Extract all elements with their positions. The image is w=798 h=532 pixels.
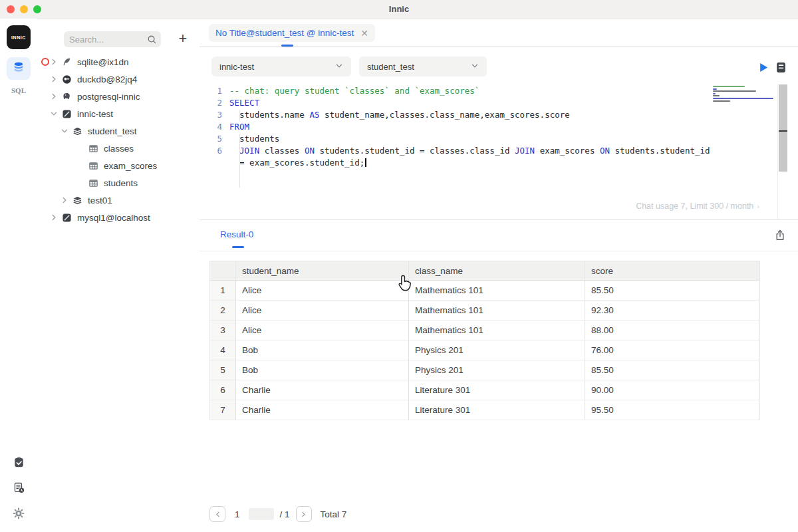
new-connection-button[interactable]: + <box>174 31 192 48</box>
chevron-right-icon[interactable] <box>49 74 59 84</box>
editor-tab[interactable]: No Title@student_test @ innic-test ✕ <box>209 24 375 42</box>
cell-class_name[interactable]: Literature 301 <box>409 400 585 420</box>
minimap-line <box>713 98 773 99</box>
database-select[interactable]: student_test <box>359 57 487 76</box>
run-query-button[interactable] <box>757 61 770 74</box>
chevron-right-icon[interactable] <box>49 213 59 222</box>
code-line: 1-- chat: query student `classes` and `e… <box>200 85 777 97</box>
next-page-button[interactable] <box>296 506 312 522</box>
line-number: 4 <box>200 121 222 133</box>
sidebar-item-classes[interactable]: classes <box>37 140 200 157</box>
cell-score[interactable]: 85.50 <box>585 360 760 380</box>
sqlite-icon <box>61 57 72 67</box>
cell-class_name[interactable]: Mathematics 101 <box>409 321 585 340</box>
main-area: No Title@student_test @ innic-test ✕ inn… <box>200 19 798 532</box>
line-number: 6 <box>200 145 222 157</box>
chevron-left-icon <box>214 511 221 518</box>
result-tab[interactable]: Result-0 <box>220 229 253 239</box>
chevron-spacer <box>76 178 85 188</box>
editor-scrollbar[interactable] <box>779 84 787 172</box>
sidebar-item-test01[interactable]: test01 <box>37 192 200 209</box>
corner-cell[interactable] <box>209 261 236 281</box>
table-icon <box>87 178 99 188</box>
result-tab-indicator <box>232 246 244 248</box>
cell-class_name[interactable]: Literature 301 <box>409 380 585 400</box>
cell-score[interactable]: 92.30 <box>585 301 760 321</box>
editor-minimap[interactable] <box>713 86 777 102</box>
minimap-line <box>713 90 756 92</box>
cell-student_name[interactable]: Bob <box>236 340 409 360</box>
sql-nav-button[interactable]: SQL <box>0 86 37 94</box>
cell-class_name[interactable]: Physics 201 <box>409 340 585 360</box>
row-number-cell[interactable]: 1 <box>209 281 236 301</box>
line-number <box>200 157 222 169</box>
save-script-button[interactable] <box>773 60 788 74</box>
connection-select[interactable]: innic-test <box>211 57 351 76</box>
export-results-button[interactable] <box>773 228 787 243</box>
cell-student_name[interactable]: Charlie <box>236 400 409 420</box>
cell-class_name[interactable]: Mathematics 101 <box>409 301 585 321</box>
chevron-right-icon[interactable] <box>60 196 69 205</box>
line-number: 1 <box>200 85 222 97</box>
cell-student_name[interactable]: Alice <box>236 281 409 301</box>
window-title: Innic <box>0 0 798 19</box>
chevron-spacer <box>76 161 85 170</box>
active-tab-indicator <box>281 45 293 47</box>
row-number-cell[interactable]: 2 <box>209 301 236 321</box>
row-number-cell[interactable]: 7 <box>209 400 236 420</box>
search-input[interactable]: Search... <box>64 31 161 47</box>
chevron-down-icon <box>471 62 479 72</box>
sidebar-item-exam-scores[interactable]: exam_scores <box>37 157 200 174</box>
chat-usage-label: Chat usage 7, Limit 300 / month › <box>636 201 759 211</box>
settings-button[interactable] <box>0 507 37 519</box>
tasks-button[interactable] <box>0 457 37 469</box>
column-header-score[interactable]: score <box>585 261 760 281</box>
row-number-cell[interactable]: 3 <box>209 321 236 340</box>
row-number-cell[interactable]: 5 <box>209 360 236 380</box>
cell-score[interactable]: 88.00 <box>585 321 760 340</box>
cell-student_name[interactable]: Charlie <box>236 380 409 400</box>
chevron-down-icon <box>335 62 343 72</box>
cell-score[interactable]: 85.50 <box>585 281 760 301</box>
sidebar-item-innic-test[interactable]: innic-test <box>37 105 200 122</box>
sidebar-item-duckdb-82jq4[interactable]: duckdb@82jq4 <box>37 70 200 88</box>
chevron-down-icon[interactable] <box>60 126 69 136</box>
sidebar-item-postgresql-innic[interactable]: postgresql-innic <box>37 88 200 105</box>
chevron-down-icon[interactable] <box>49 109 59 118</box>
sidebar-item-mysql1-localhost[interactable]: mysql1@localhost <box>37 209 200 226</box>
cell-student_name[interactable]: Bob <box>236 360 409 380</box>
activity-rail: INNIC SQL <box>0 19 37 532</box>
app-logo: INNIC <box>7 25 31 49</box>
chevron-right-icon[interactable] <box>49 92 59 101</box>
sidebar-item-students[interactable]: students <box>37 174 200 192</box>
column-header-class_name[interactable]: class_name <box>409 261 585 281</box>
clipboard-check-icon <box>13 457 25 468</box>
cell-student_name[interactable]: Alice <box>236 301 409 321</box>
cell-class_name[interactable]: Physics 201 <box>409 360 585 380</box>
chevron-right-icon[interactable] <box>49 57 59 66</box>
cell-student_name[interactable]: Alice <box>236 321 409 340</box>
row-number-cell[interactable]: 6 <box>209 380 236 400</box>
sidebar-item-student-test[interactable]: student_test <box>37 122 200 140</box>
save-file-icon <box>775 61 787 74</box>
schema-icon <box>71 196 83 205</box>
cell-class_name[interactable]: Mathematics 101 <box>409 281 585 301</box>
history-button[interactable] <box>0 482 37 494</box>
sidebar-item-sqlite-ix1dn[interactable]: sqlite@ix1dn <box>37 53 200 70</box>
node-label: test01 <box>88 196 112 205</box>
table-row: 4BobPhysics 20176.00 <box>209 340 760 360</box>
databases-nav-button[interactable] <box>7 57 31 80</box>
node-label: sqlite@ix1dn <box>77 57 129 67</box>
sql-editor[interactable]: 1-- chat: query student `classes` and `e… <box>200 85 777 169</box>
chevron-spacer <box>76 144 85 153</box>
prev-page-button[interactable] <box>209 506 225 522</box>
duckdb-icon <box>61 74 72 84</box>
page-input[interactable] <box>249 508 274 520</box>
cell-score[interactable]: 90.00 <box>585 380 760 400</box>
tab-close-icon[interactable]: ✕ <box>360 29 368 38</box>
row-number-cell[interactable]: 4 <box>209 340 236 360</box>
chevron-right-icon <box>300 511 307 518</box>
column-header-student_name[interactable]: student_name <box>236 261 409 281</box>
cell-score[interactable]: 95.50 <box>585 400 760 420</box>
cell-score[interactable]: 76.00 <box>585 340 760 360</box>
